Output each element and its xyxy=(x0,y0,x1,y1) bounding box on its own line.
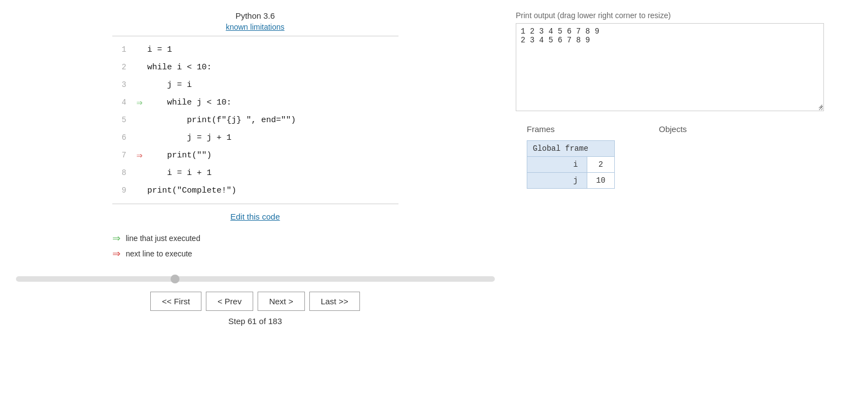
global-frame-header: Global frame xyxy=(527,141,614,157)
line-number-2: 2 xyxy=(112,63,132,72)
python-version-title: Python 3.6 xyxy=(236,11,275,20)
code-text-2: while i < 10: xyxy=(148,63,212,72)
line-number-7: 7 xyxy=(112,151,132,160)
last-button[interactable]: Last >> xyxy=(309,292,360,311)
known-limitations-link[interactable]: known limitations xyxy=(226,23,285,31)
code-text-5: print(f"{j} ", end="") xyxy=(148,116,296,125)
line-number-6: 6 xyxy=(112,133,132,142)
objects-panel: Objects xyxy=(659,124,687,189)
next-button[interactable]: Next > xyxy=(258,292,305,311)
line-number-8: 8 xyxy=(112,168,132,177)
navigation-buttons: << First < Prev Next > Last >> xyxy=(150,292,359,311)
legend-red-arrow-icon: ⇒ xyxy=(112,248,121,260)
line-number-3: 3 xyxy=(112,80,132,89)
arrow-4: ⇒ xyxy=(132,96,148,108)
code-text-1: i = 1 xyxy=(148,45,172,54)
code-line-6: 6 j = j + 1 xyxy=(112,129,398,146)
frames-label: Frames xyxy=(527,124,615,134)
resize-handle-icon[interactable]: ◢ xyxy=(818,103,822,110)
code-line-9: 9print("Complete!") xyxy=(112,182,398,199)
step-info: Step 61 of 183 xyxy=(228,316,282,326)
code-line-5: 5 print(f"{j} ", end="") xyxy=(112,111,398,129)
line-number-9: 9 xyxy=(112,186,132,195)
code-line-1: 1i = 1 xyxy=(112,41,398,58)
frames-panel: Frames Global frame i 2 j 10 xyxy=(527,124,615,189)
legend-area: ⇒ line that just executed ⇒ next line to… xyxy=(112,232,398,263)
legend-red-label: next line to execute xyxy=(126,249,193,258)
code-line-3: 3 j = i xyxy=(112,76,398,94)
frame-row-i: i 2 xyxy=(527,157,614,172)
print-output-box: 1 2 3 4 5 6 7 8 9 2 3 4 5 6 7 8 9 ◢ xyxy=(516,23,824,111)
code-text-9: print("Complete!") xyxy=(148,186,237,195)
code-text-4: while j < 10: xyxy=(148,98,232,107)
objects-label: Objects xyxy=(659,124,687,134)
code-line-4: 4⇒ while j < 10: xyxy=(112,94,398,111)
legend-green-arrow-icon: ⇒ xyxy=(112,232,121,244)
code-text-7: print("") xyxy=(148,151,212,160)
slider-track xyxy=(16,276,495,282)
frame-row-j: j 10 xyxy=(527,172,614,188)
frame-val-i: 2 xyxy=(587,157,614,172)
prev-button[interactable]: < Prev xyxy=(206,292,253,311)
first-button[interactable]: << First xyxy=(150,292,201,311)
code-text-3: j = i xyxy=(148,80,192,90)
line-number-5: 5 xyxy=(112,116,132,124)
code-line-8: 8 i = i + 1 xyxy=(112,164,398,182)
frame-var-i: i xyxy=(527,157,587,172)
print-output-line-1: 1 2 3 4 5 6 7 8 9 xyxy=(521,27,819,36)
frame-var-j: j xyxy=(527,173,587,188)
frames-objects-panel: Frames Global frame i 2 j 10 Objects xyxy=(527,124,857,189)
print-output-line-2: 2 3 4 5 6 7 8 9 xyxy=(521,36,819,45)
code-display: 1i = 12while i < 10:3 j = i4⇒ while j < … xyxy=(112,36,398,204)
step-slider-container xyxy=(16,276,495,282)
green-arrow-icon: ⇒ xyxy=(137,96,143,108)
arrow-7: ⇒ xyxy=(132,149,148,161)
code-text-8: i = i + 1 xyxy=(148,168,212,178)
global-frame: Global frame i 2 j 10 xyxy=(527,140,615,189)
code-text-6: j = j + 1 xyxy=(148,133,232,143)
code-line-2: 2while i < 10: xyxy=(112,58,398,76)
code-line-7: 7⇒ print("") xyxy=(112,146,398,164)
legend-green-label: line that just executed xyxy=(126,234,200,243)
print-output-label: Print output (drag lower right corner to… xyxy=(516,11,857,20)
frame-val-j: 10 xyxy=(587,173,614,188)
red-arrow-icon: ⇒ xyxy=(137,149,143,161)
line-number-4: 4 xyxy=(112,98,132,107)
edit-code-link[interactable]: Edit this code xyxy=(230,212,280,221)
slider-thumb[interactable] xyxy=(171,275,179,283)
line-number-1: 1 xyxy=(112,45,132,54)
